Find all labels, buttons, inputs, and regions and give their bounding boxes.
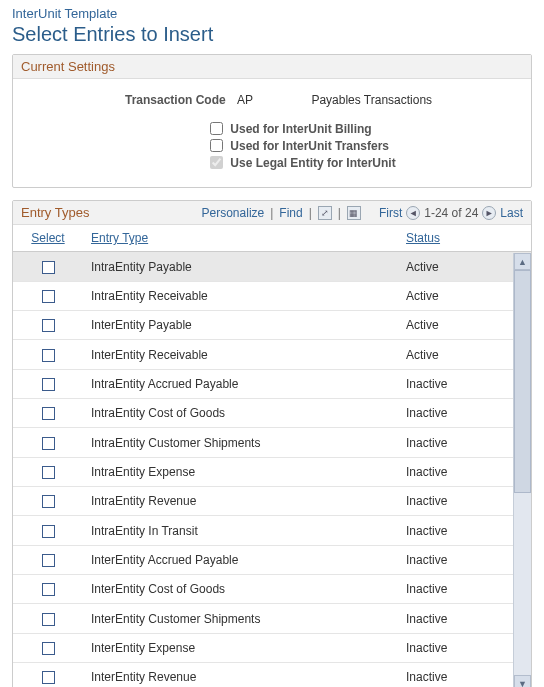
row-status: Inactive bbox=[398, 487, 513, 516]
transaction-code-label: Transaction Code bbox=[125, 93, 226, 107]
entry-types-header: Entry Types bbox=[21, 205, 89, 220]
row-select-checkbox[interactable] bbox=[42, 378, 55, 391]
row-status: Inactive bbox=[398, 545, 513, 574]
grid-scrollbar[interactable]: ▲ ▼ bbox=[513, 253, 531, 687]
row-status: Inactive bbox=[398, 516, 513, 545]
find-link[interactable]: Find bbox=[279, 206, 302, 220]
personalize-link[interactable]: Personalize bbox=[202, 206, 265, 220]
row-select-checkbox[interactable] bbox=[42, 583, 55, 596]
row-select-checkbox[interactable] bbox=[42, 349, 55, 362]
row-status: Inactive bbox=[398, 369, 513, 398]
row-range: 1-24 of 24 bbox=[424, 206, 478, 220]
table-row: InterEntity RevenueInactive bbox=[13, 663, 531, 687]
table-row: InterEntity PayableActive bbox=[13, 311, 531, 340]
row-entry-type: InterEntity Accrued Payable bbox=[83, 545, 398, 574]
row-select-checkbox[interactable] bbox=[42, 613, 55, 626]
row-select-checkbox[interactable] bbox=[42, 407, 55, 420]
separator: | bbox=[309, 206, 312, 220]
table-row: InterEntity ReceivableActive bbox=[13, 340, 531, 369]
row-entry-type: IntraEntity Customer Shipments bbox=[83, 428, 398, 457]
zoom-icon[interactable]: ⤢ bbox=[318, 206, 332, 220]
row-status: Inactive bbox=[398, 399, 513, 428]
row-entry-type: IntraEntity Expense bbox=[83, 457, 398, 486]
row-status: Active bbox=[398, 252, 513, 281]
first-link[interactable]: First bbox=[379, 206, 402, 220]
next-arrow-icon[interactable]: ► bbox=[482, 206, 496, 220]
row-status: Inactive bbox=[398, 663, 513, 687]
row-select-checkbox[interactable] bbox=[42, 642, 55, 655]
row-select-checkbox[interactable] bbox=[42, 290, 55, 303]
scroll-up-icon[interactable]: ▲ bbox=[514, 253, 531, 270]
prev-arrow-icon[interactable]: ◄ bbox=[406, 206, 420, 220]
entry-types-table: Select Entry Type Status IntraEntity Pay… bbox=[13, 225, 531, 687]
row-status: Inactive bbox=[398, 604, 513, 633]
row-status: Active bbox=[398, 311, 513, 340]
table-row: IntraEntity In TransitInactive bbox=[13, 516, 531, 545]
interunit-transfers-label: Used for InterUnit Transfers bbox=[230, 139, 389, 153]
separator: | bbox=[338, 206, 341, 220]
scrollbar-gap bbox=[513, 225, 531, 252]
column-entry-type[interactable]: Entry Type bbox=[83, 225, 398, 252]
page-title: Select Entries to Insert bbox=[12, 23, 532, 46]
column-status[interactable]: Status bbox=[398, 225, 513, 252]
current-settings-section: Current Settings Transaction Code AP Pay… bbox=[12, 54, 532, 188]
interunit-billing-label: Used for InterUnit Billing bbox=[230, 122, 371, 136]
row-entry-type: InterEntity Payable bbox=[83, 311, 398, 340]
table-row: IntraEntity ExpenseInactive bbox=[13, 457, 531, 486]
row-status: Inactive bbox=[398, 575, 513, 604]
interunit-billing-checkbox[interactable] bbox=[210, 122, 223, 135]
row-status: Active bbox=[398, 340, 513, 369]
table-row: IntraEntity ReceivableActive bbox=[13, 281, 531, 310]
row-entry-type: IntraEntity Cost of Goods bbox=[83, 399, 398, 428]
table-row: IntraEntity RevenueInactive bbox=[13, 487, 531, 516]
spreadsheet-icon[interactable]: ▦ bbox=[347, 206, 361, 220]
row-entry-type: InterEntity Cost of Goods bbox=[83, 575, 398, 604]
table-row: InterEntity Customer ShipmentsInactive bbox=[13, 604, 531, 633]
row-status: Inactive bbox=[398, 457, 513, 486]
transaction-code-value: AP bbox=[237, 93, 253, 107]
row-select-checkbox[interactable] bbox=[42, 319, 55, 332]
row-select-checkbox[interactable] bbox=[42, 437, 55, 450]
row-status: Inactive bbox=[398, 633, 513, 662]
row-select-checkbox[interactable] bbox=[42, 554, 55, 567]
table-row: InterEntity ExpenseInactive bbox=[13, 633, 531, 662]
row-entry-type: IntraEntity Receivable bbox=[83, 281, 398, 310]
row-entry-type: IntraEntity Revenue bbox=[83, 487, 398, 516]
row-entry-type: IntraEntity In Transit bbox=[83, 516, 398, 545]
row-select-checkbox[interactable] bbox=[42, 671, 55, 684]
scroll-track[interactable] bbox=[514, 270, 531, 675]
column-select[interactable]: Select bbox=[13, 225, 83, 252]
transaction-code-description: Payables Transactions bbox=[311, 93, 432, 107]
row-select-checkbox[interactable] bbox=[42, 261, 55, 274]
row-select-checkbox[interactable] bbox=[42, 495, 55, 508]
scroll-thumb[interactable] bbox=[514, 270, 531, 493]
row-entry-type: IntraEntity Accrued Payable bbox=[83, 369, 398, 398]
legal-entity-checkbox[interactable] bbox=[210, 156, 223, 169]
table-row: IntraEntity Cost of GoodsInactive bbox=[13, 399, 531, 428]
row-entry-type: InterEntity Revenue bbox=[83, 663, 398, 687]
row-select-checkbox[interactable] bbox=[42, 466, 55, 479]
row-select-checkbox[interactable] bbox=[42, 525, 55, 538]
table-row: IntraEntity PayableActive bbox=[13, 252, 531, 281]
entry-types-grid: Entry Types Personalize | Find | ⤢ | ▦ F… bbox=[12, 200, 532, 687]
row-status: Inactive bbox=[398, 428, 513, 457]
table-row: InterEntity Cost of GoodsInactive bbox=[13, 575, 531, 604]
separator: | bbox=[270, 206, 273, 220]
app-title: InterUnit Template bbox=[12, 6, 532, 23]
table-row: IntraEntity Accrued PayableInactive bbox=[13, 369, 531, 398]
row-entry-type: InterEntity Expense bbox=[83, 633, 398, 662]
scroll-down-icon[interactable]: ▼ bbox=[514, 675, 531, 687]
row-entry-type: IntraEntity Payable bbox=[83, 252, 398, 281]
current-settings-header: Current Settings bbox=[13, 55, 531, 79]
last-link[interactable]: Last bbox=[500, 206, 523, 220]
row-status: Active bbox=[398, 281, 513, 310]
table-row: InterEntity Accrued PayableInactive bbox=[13, 545, 531, 574]
row-entry-type: InterEntity Customer Shipments bbox=[83, 604, 398, 633]
interunit-transfers-checkbox[interactable] bbox=[210, 139, 223, 152]
legal-entity-label: Use Legal Entity for InterUnit bbox=[230, 155, 395, 169]
row-entry-type: InterEntity Receivable bbox=[83, 340, 398, 369]
table-row: IntraEntity Customer ShipmentsInactive bbox=[13, 428, 531, 457]
